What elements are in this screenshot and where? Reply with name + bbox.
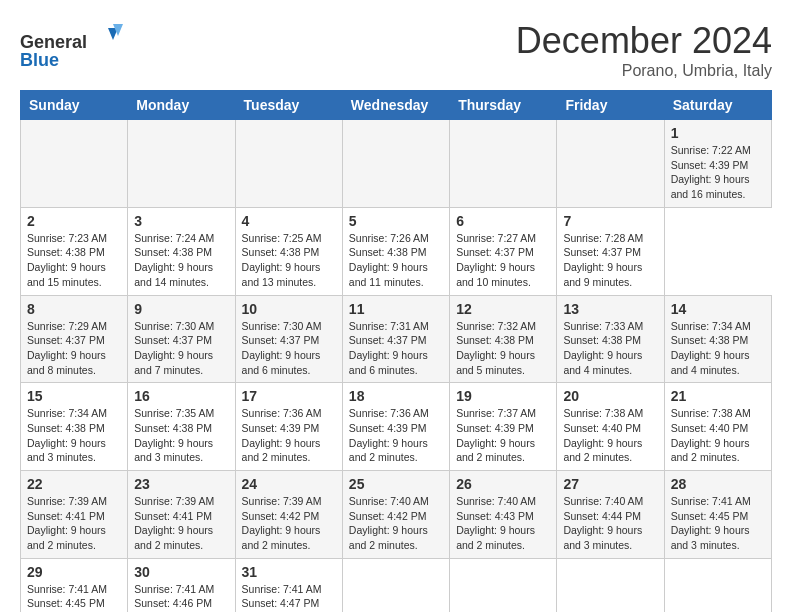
cell-info: Sunrise: 7:36 AMSunset: 4:39 PMDaylight:…	[349, 406, 443, 465]
calendar-cell	[342, 558, 449, 612]
header-row: SundayMondayTuesdayWednesdayThursdayFrid…	[21, 91, 772, 120]
cell-info: Sunrise: 7:30 AMSunset: 4:37 PMDaylight:…	[242, 319, 336, 378]
calendar-cell: 29Sunrise: 7:41 AMSunset: 4:45 PMDayligh…	[21, 558, 128, 612]
calendar-cell	[342, 120, 449, 208]
calendar-cell: 21Sunrise: 7:38 AMSunset: 4:40 PMDayligh…	[664, 383, 771, 471]
day-number: 15	[27, 388, 121, 404]
calendar-week-4: 15Sunrise: 7:34 AMSunset: 4:38 PMDayligh…	[21, 383, 772, 471]
cell-info: Sunrise: 7:40 AMSunset: 4:42 PMDaylight:…	[349, 494, 443, 553]
calendar-cell: 22Sunrise: 7:39 AMSunset: 4:41 PMDayligh…	[21, 471, 128, 559]
calendar-cell: 13Sunrise: 7:33 AMSunset: 4:38 PMDayligh…	[557, 295, 664, 383]
calendar-cell: 16Sunrise: 7:35 AMSunset: 4:38 PMDayligh…	[128, 383, 235, 471]
calendar-cell: 7Sunrise: 7:28 AMSunset: 4:37 PMDaylight…	[557, 207, 664, 295]
cell-info: Sunrise: 7:29 AMSunset: 4:37 PMDaylight:…	[27, 319, 121, 378]
day-number: 20	[563, 388, 657, 404]
cell-info: Sunrise: 7:26 AMSunset: 4:38 PMDaylight:…	[349, 231, 443, 290]
calendar-cell: 30Sunrise: 7:41 AMSunset: 4:46 PMDayligh…	[128, 558, 235, 612]
month-title: December 2024	[516, 20, 772, 62]
cell-info: Sunrise: 7:41 AMSunset: 4:45 PMDaylight:…	[671, 494, 765, 553]
svg-text:General: General	[20, 32, 87, 52]
cell-info: Sunrise: 7:38 AMSunset: 4:40 PMDaylight:…	[671, 406, 765, 465]
day-number: 19	[456, 388, 550, 404]
calendar-cell: 11Sunrise: 7:31 AMSunset: 4:37 PMDayligh…	[342, 295, 449, 383]
calendar-header: SundayMondayTuesdayWednesdayThursdayFrid…	[21, 91, 772, 120]
day-number: 22	[27, 476, 121, 492]
cell-info: Sunrise: 7:40 AMSunset: 4:43 PMDaylight:…	[456, 494, 550, 553]
calendar-cell: 2Sunrise: 7:23 AMSunset: 4:38 PMDaylight…	[21, 207, 128, 295]
day-number: 3	[134, 213, 228, 229]
header-monday: Monday	[128, 91, 235, 120]
cell-info: Sunrise: 7:33 AMSunset: 4:38 PMDaylight:…	[563, 319, 657, 378]
header-thursday: Thursday	[450, 91, 557, 120]
calendar-table: SundayMondayTuesdayWednesdayThursdayFrid…	[20, 90, 772, 612]
calendar-cell	[664, 558, 771, 612]
calendar-cell: 10Sunrise: 7:30 AMSunset: 4:37 PMDayligh…	[235, 295, 342, 383]
day-number: 28	[671, 476, 765, 492]
day-number: 7	[563, 213, 657, 229]
cell-info: Sunrise: 7:23 AMSunset: 4:38 PMDaylight:…	[27, 231, 121, 290]
cell-info: Sunrise: 7:30 AMSunset: 4:37 PMDaylight:…	[134, 319, 228, 378]
calendar-cell: 27Sunrise: 7:40 AMSunset: 4:44 PMDayligh…	[557, 471, 664, 559]
header-friday: Friday	[557, 91, 664, 120]
day-number: 6	[456, 213, 550, 229]
calendar-cell	[450, 558, 557, 612]
day-number: 12	[456, 301, 550, 317]
calendar-cell: 3Sunrise: 7:24 AMSunset: 4:38 PMDaylight…	[128, 207, 235, 295]
calendar-cell: 24Sunrise: 7:39 AMSunset: 4:42 PMDayligh…	[235, 471, 342, 559]
calendar-week-6: 29Sunrise: 7:41 AMSunset: 4:45 PMDayligh…	[21, 558, 772, 612]
day-number: 24	[242, 476, 336, 492]
calendar-cell	[557, 120, 664, 208]
calendar-week-5: 22Sunrise: 7:39 AMSunset: 4:41 PMDayligh…	[21, 471, 772, 559]
cell-info: Sunrise: 7:35 AMSunset: 4:38 PMDaylight:…	[134, 406, 228, 465]
calendar-cell: 8Sunrise: 7:29 AMSunset: 4:37 PMDaylight…	[21, 295, 128, 383]
calendar-cell	[450, 120, 557, 208]
calendar-cell: 17Sunrise: 7:36 AMSunset: 4:39 PMDayligh…	[235, 383, 342, 471]
page-header: General Blue December 2024 Porano, Umbri…	[20, 20, 772, 80]
cell-info: Sunrise: 7:39 AMSunset: 4:41 PMDaylight:…	[134, 494, 228, 553]
day-number: 4	[242, 213, 336, 229]
header-sunday: Sunday	[21, 91, 128, 120]
calendar-cell: 14Sunrise: 7:34 AMSunset: 4:38 PMDayligh…	[664, 295, 771, 383]
calendar-cell: 6Sunrise: 7:27 AMSunset: 4:37 PMDaylight…	[450, 207, 557, 295]
calendar-cell	[128, 120, 235, 208]
calendar-cell: 5Sunrise: 7:26 AMSunset: 4:38 PMDaylight…	[342, 207, 449, 295]
calendar-body: 1Sunrise: 7:22 AMSunset: 4:39 PMDaylight…	[21, 120, 772, 613]
cell-info: Sunrise: 7:22 AMSunset: 4:39 PMDaylight:…	[671, 143, 765, 202]
day-number: 16	[134, 388, 228, 404]
cell-info: Sunrise: 7:34 AMSunset: 4:38 PMDaylight:…	[27, 406, 121, 465]
title-area: December 2024 Porano, Umbria, Italy	[516, 20, 772, 80]
cell-info: Sunrise: 7:38 AMSunset: 4:40 PMDaylight:…	[563, 406, 657, 465]
logo-wordmark: General Blue	[20, 20, 130, 74]
calendar-cell: 26Sunrise: 7:40 AMSunset: 4:43 PMDayligh…	[450, 471, 557, 559]
calendar-cell: 20Sunrise: 7:38 AMSunset: 4:40 PMDayligh…	[557, 383, 664, 471]
cell-info: Sunrise: 7:27 AMSunset: 4:37 PMDaylight:…	[456, 231, 550, 290]
day-number: 14	[671, 301, 765, 317]
day-number: 29	[27, 564, 121, 580]
location-subtitle: Porano, Umbria, Italy	[516, 62, 772, 80]
calendar-cell: 28Sunrise: 7:41 AMSunset: 4:45 PMDayligh…	[664, 471, 771, 559]
day-number: 26	[456, 476, 550, 492]
cell-info: Sunrise: 7:41 AMSunset: 4:47 PMDaylight:…	[242, 582, 336, 612]
calendar-cell: 25Sunrise: 7:40 AMSunset: 4:42 PMDayligh…	[342, 471, 449, 559]
calendar-cell	[235, 120, 342, 208]
cell-info: Sunrise: 7:39 AMSunset: 4:41 PMDaylight:…	[27, 494, 121, 553]
day-number: 10	[242, 301, 336, 317]
day-number: 18	[349, 388, 443, 404]
day-number: 25	[349, 476, 443, 492]
day-number: 1	[671, 125, 765, 141]
day-number: 31	[242, 564, 336, 580]
day-number: 8	[27, 301, 121, 317]
day-number: 5	[349, 213, 443, 229]
calendar-cell: 12Sunrise: 7:32 AMSunset: 4:38 PMDayligh…	[450, 295, 557, 383]
calendar-cell: 18Sunrise: 7:36 AMSunset: 4:39 PMDayligh…	[342, 383, 449, 471]
cell-info: Sunrise: 7:24 AMSunset: 4:38 PMDaylight:…	[134, 231, 228, 290]
calendar-week-3: 8Sunrise: 7:29 AMSunset: 4:37 PMDaylight…	[21, 295, 772, 383]
day-number: 17	[242, 388, 336, 404]
day-number: 9	[134, 301, 228, 317]
header-wednesday: Wednesday	[342, 91, 449, 120]
cell-info: Sunrise: 7:39 AMSunset: 4:42 PMDaylight:…	[242, 494, 336, 553]
calendar-cell: 4Sunrise: 7:25 AMSunset: 4:38 PMDaylight…	[235, 207, 342, 295]
calendar-week-1: 1Sunrise: 7:22 AMSunset: 4:39 PMDaylight…	[21, 120, 772, 208]
cell-info: Sunrise: 7:32 AMSunset: 4:38 PMDaylight:…	[456, 319, 550, 378]
day-number: 11	[349, 301, 443, 317]
